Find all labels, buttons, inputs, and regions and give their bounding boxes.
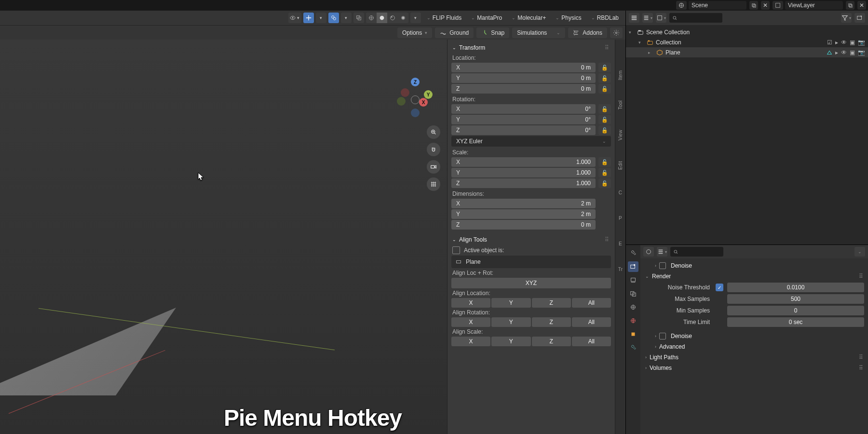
xray-toggle[interactable]	[353, 13, 364, 23]
align-tools-section-header[interactable]: ⌄Align Tools⠿	[451, 234, 611, 245]
shading-wireframe[interactable]	[366, 13, 377, 23]
lock-icon[interactable]: 🔓	[598, 157, 611, 167]
scene-icon[interactable]	[676, 1, 687, 10]
align-scl-x-button[interactable]: X	[451, 337, 490, 346]
gizmo-dropdown[interactable]: ▾	[316, 13, 326, 23]
simulations-dropdown[interactable]: Simulations⌄	[512, 27, 565, 38]
lock-icon[interactable]: 🔓	[598, 63, 611, 72]
new-collection-icon[interactable]	[854, 13, 865, 23]
lock-icon[interactable]: 🔓	[598, 104, 611, 114]
n-tab-p[interactable]: P	[619, 214, 622, 223]
outliner-collection[interactable]: ▾ Collection ☑ ▸ 👁 ▣ 📷	[626, 37, 868, 47]
camera-view-icon[interactable]	[427, 160, 440, 174]
prop-tab-scene[interactable]	[628, 302, 638, 312]
min-samples-input[interactable]: 0	[727, 306, 864, 315]
menu-flip-fluids[interactable]: ⌄FLIP Fluids	[423, 14, 465, 21]
prop-tab-object[interactable]	[628, 329, 638, 339]
display-mode-dropdown[interactable]: ▾	[642, 13, 653, 23]
viewport-3d[interactable]	[0, 40, 447, 434]
selectable-icon[interactable]: ▸	[835, 39, 838, 46]
align-rot-all-button[interactable]: All	[572, 317, 611, 327]
overlay-dropdown[interactable]: ▾	[341, 13, 352, 23]
align-loc-y-button[interactable]: Y	[491, 298, 530, 308]
align-scl-z-button[interactable]: Z	[532, 337, 571, 346]
render-camera-icon[interactable]: 📷	[858, 49, 865, 56]
active-object-field[interactable]: Plane	[451, 256, 611, 268]
prop-tab-world[interactable]	[628, 315, 638, 326]
outliner-scene-collection[interactable]: ▾ Scene Collection	[626, 27, 868, 37]
prop-tab-render[interactable]	[628, 261, 638, 272]
props-search-input[interactable]	[670, 247, 723, 257]
selectable-icon[interactable]: ▸	[835, 49, 838, 56]
rotation-y-input[interactable]: Y0°	[451, 115, 596, 124]
gizmo-y[interactable]: Y	[424, 90, 433, 99]
render-section[interactable]: ⌄Render⠿	[644, 271, 864, 282]
transform-section-header[interactable]: ⌄Transform⠿	[451, 42, 611, 53]
light-paths-section[interactable]: ›Light Paths⠿	[644, 352, 864, 363]
menu-mantapro[interactable]: ⌄MantaPro	[467, 14, 506, 21]
lock-icon[interactable]: 🔓	[598, 115, 611, 124]
zoom-icon[interactable]	[427, 125, 440, 139]
align-xyz-button[interactable]: XYZ	[451, 278, 611, 288]
snap-button[interactable]: Snap	[476, 27, 509, 38]
addons-button[interactable]: Addons	[568, 27, 607, 38]
outliner-editor-icon[interactable]	[629, 13, 639, 23]
options-icon[interactable]: ⠿	[859, 273, 863, 280]
lock-icon[interactable]: 🔓	[598, 73, 611, 83]
viewlayer-close-icon[interactable]: ✕	[857, 1, 866, 10]
lock-icon[interactable]: 🔓	[598, 178, 611, 188]
prop-tab-viewlayer[interactable]	[628, 288, 638, 299]
gizmo-toggle[interactable]	[303, 13, 314, 23]
location-y-input[interactable]: Y0 m	[451, 73, 596, 83]
shading-dropdown[interactable]: ▾	[410, 13, 421, 23]
lock-icon[interactable]: 🔓	[598, 84, 611, 94]
noise-threshold-checkbox[interactable]: ✓	[716, 284, 723, 291]
n-tab-view[interactable]: View	[618, 128, 623, 142]
outliner-object-plane[interactable]: ▸ Plane ▸ 👁 ▣ 📷	[626, 47, 868, 57]
gizmo-z[interactable]: Z	[411, 78, 420, 86]
denoise-render-section[interactable]: ›Denoise	[644, 331, 864, 341]
prop-tab-output[interactable]	[628, 275, 638, 285]
visibility-eye-icon[interactable]: 👁	[841, 39, 847, 46]
rotation-z-input[interactable]: Z0°	[451, 125, 596, 135]
drag-handle-icon[interactable]: ⠿	[605, 236, 610, 243]
denoise-viewport-section[interactable]: ›Denoise	[644, 260, 864, 271]
filter-icon[interactable]: ▾	[841, 13, 852, 23]
prop-tab-modifier[interactable]	[628, 342, 638, 353]
scale-z-input[interactable]: Z1.000	[451, 178, 596, 188]
n-tab-edit[interactable]: Edit	[618, 159, 623, 172]
align-scl-y-button[interactable]: Y	[491, 337, 530, 346]
align-loc-all-button[interactable]: All	[572, 298, 611, 308]
align-rot-x-button[interactable]: X	[451, 317, 490, 327]
advanced-section[interactable]: ›Advanced	[644, 341, 864, 352]
scene-duplicate-icon[interactable]	[749, 1, 758, 10]
dim-y-input[interactable]: Y2 m	[451, 209, 596, 219]
max-samples-input[interactable]: 500	[727, 294, 864, 304]
lock-icon[interactable]: 🔓	[598, 125, 611, 135]
perspective-toggle-icon[interactable]	[427, 177, 440, 191]
options-icon[interactable]: ⠿	[859, 365, 863, 371]
shading-rendered[interactable]	[398, 13, 408, 23]
mesh-data-icon[interactable]	[826, 49, 833, 56]
viewport-disable-icon[interactable]: ▣	[850, 39, 855, 46]
scene-name-input[interactable]	[689, 1, 746, 10]
props-pin-icon[interactable]: ▾	[657, 247, 667, 257]
volumes-section[interactable]: ›Volumes⠿	[644, 363, 864, 373]
navigation-gizmo[interactable]: Z Y X	[396, 81, 434, 119]
scale-x-input[interactable]: X1.000	[451, 157, 596, 167]
location-z-input[interactable]: Z0 m	[451, 84, 596, 94]
shading-solid[interactable]	[377, 13, 387, 23]
prop-tab-tool[interactable]	[628, 248, 638, 258]
scale-y-input[interactable]: Y1.000	[451, 168, 596, 177]
gizmo-x[interactable]: X	[419, 98, 428, 107]
align-rot-y-button[interactable]: Y	[491, 317, 530, 327]
time-limit-input[interactable]: 0 sec	[727, 317, 864, 327]
viewport-disable-icon[interactable]: ▣	[850, 49, 855, 56]
location-x-input[interactable]: X0 m	[451, 63, 596, 72]
rotation-mode-select[interactable]: XYZ Euler⌄	[451, 136, 611, 147]
exclude-checkbox[interactable]: ☑	[827, 39, 832, 46]
align-loc-x-button[interactable]: X	[451, 298, 490, 308]
settings-gear-icon[interactable]	[610, 27, 623, 38]
drag-handle-icon[interactable]: ⠿	[605, 44, 610, 51]
align-scl-all-button[interactable]: All	[572, 337, 611, 346]
